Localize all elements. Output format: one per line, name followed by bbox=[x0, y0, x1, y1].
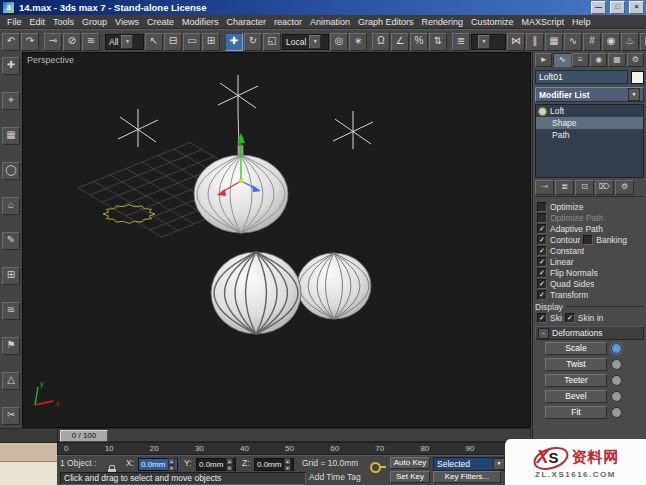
material-editor-icon[interactable]: ◉ bbox=[602, 33, 620, 51]
bind-to-spacewarp-icon[interactable]: ≋ bbox=[82, 33, 100, 51]
layer-manager-icon[interactable]: ▦ bbox=[545, 33, 563, 51]
stack-item-path[interactable]: Path bbox=[536, 129, 643, 141]
y-coordinate-field[interactable]: 0.0mm ▴▾ bbox=[196, 458, 236, 471]
set-key-icon[interactable] bbox=[370, 459, 381, 477]
z-coordinate-field[interactable]: 0.0mm ▴▾ bbox=[254, 458, 294, 471]
light-toggle-icon[interactable] bbox=[611, 391, 622, 402]
checkbox-checked-icon[interactable]: ✓ bbox=[537, 257, 547, 267]
checkbox[interactable] bbox=[537, 213, 547, 223]
selection-region-icon[interactable]: ▭ bbox=[183, 33, 201, 51]
tab-utilities-icon[interactable]: ⚙ bbox=[627, 53, 644, 67]
menu-item-graph-editors[interactable]: Graph Editors bbox=[354, 17, 418, 27]
stack-item-shape[interactable]: Shape bbox=[536, 117, 643, 129]
spinner-icon[interactable]: ▴▾ bbox=[226, 458, 233, 471]
mirror-icon[interactable]: ⋈ bbox=[507, 33, 525, 51]
spinner-snap-icon[interactable]: ⇅ bbox=[429, 33, 447, 51]
bulb-icon[interactable] bbox=[538, 107, 547, 116]
menu-item-edit[interactable]: Edit bbox=[26, 17, 50, 27]
maximize-button[interactable]: □ bbox=[610, 1, 625, 14]
light-toggle-icon[interactable] bbox=[611, 359, 622, 370]
left-tool-icon-5[interactable]: ⌂ bbox=[2, 197, 20, 215]
tab-motion-icon[interactable]: ◉ bbox=[590, 53, 607, 67]
left-tool-icon-8[interactable]: ≋ bbox=[2, 302, 20, 320]
left-tool-icon-6[interactable]: ✎ bbox=[2, 232, 20, 250]
time-slider[interactable]: 0 / 100 bbox=[60, 430, 108, 442]
window-crossing-icon[interactable]: ⊞ bbox=[202, 33, 220, 51]
menu-item-maxscript[interactable]: MAXScript bbox=[518, 17, 569, 27]
tab-hierarchy-icon[interactable]: ≡ bbox=[572, 53, 589, 67]
select-and-rotate-icon[interactable]: ↻ bbox=[244, 33, 262, 51]
bevel-deformation-button[interactable]: Bevel bbox=[545, 390, 607, 403]
render-scene-icon[interactable]: ♨ bbox=[621, 33, 639, 51]
percent-snap-icon[interactable]: % bbox=[410, 33, 428, 51]
checkbox-checked-icon[interactable]: ✓ bbox=[537, 290, 547, 300]
make-unique-icon[interactable]: ⊡ bbox=[575, 180, 594, 195]
checkbox-checked-icon[interactable]: ✓ bbox=[537, 246, 547, 256]
render-type-icon[interactable]: ▣ bbox=[640, 33, 646, 51]
configure-stack-icon[interactable]: ⚙ bbox=[615, 180, 634, 195]
menu-item-modifiers[interactable]: Modifiers bbox=[178, 17, 223, 27]
left-tool-icon-2[interactable]: ⌖ bbox=[2, 92, 20, 110]
left-tool-icon-7[interactable]: ⊞ bbox=[2, 267, 20, 285]
menu-item-character[interactable]: Character bbox=[222, 17, 270, 27]
reference-coordinate-dropdown[interactable]: Local ▼ bbox=[282, 34, 329, 50]
menu-item-rendering[interactable]: Rendering bbox=[418, 17, 468, 27]
fit-deformation-button[interactable]: Fit bbox=[545, 406, 607, 419]
left-tool-icon-9[interactable]: ⚑ bbox=[2, 337, 20, 355]
checkbox-checked-icon[interactable]: ✓ bbox=[537, 224, 547, 234]
selection-filter-dropdown[interactable]: All ▼ bbox=[105, 34, 144, 50]
show-end-result-icon[interactable]: ≣ bbox=[555, 180, 574, 195]
minimize-button[interactable]: — bbox=[591, 1, 606, 14]
use-pivot-center-icon[interactable]: ◎ bbox=[330, 33, 348, 51]
tab-modify-icon[interactable]: ∿ bbox=[553, 53, 570, 67]
checkbox-checked-icon[interactable]: ✓ bbox=[537, 279, 547, 289]
mini-listener-macro-row[interactable] bbox=[0, 443, 57, 462]
close-button[interactable]: × bbox=[629, 1, 644, 14]
pin-stack-icon[interactable]: ⊸ bbox=[535, 180, 554, 195]
left-tool-icon-1[interactable]: ✚ bbox=[2, 57, 20, 75]
mini-listener-script-row[interactable] bbox=[0, 462, 57, 485]
menu-item-create[interactable]: Create bbox=[143, 17, 178, 27]
checkbox-checked-icon[interactable]: ✓ bbox=[537, 268, 547, 278]
light-toggle-icon[interactable] bbox=[611, 375, 622, 386]
key-filters-button[interactable]: Key Filters... bbox=[433, 471, 501, 483]
spinner-icon[interactable]: ▴▾ bbox=[168, 458, 175, 471]
schematic-view-icon[interactable]: # bbox=[583, 33, 601, 51]
menu-item-reactor[interactable]: reactor bbox=[270, 17, 306, 27]
time-slider-track[interactable]: 0 / 100 bbox=[57, 428, 531, 442]
perspective-viewport[interactable]: Perspective bbox=[22, 52, 531, 428]
set-key-button[interactable]: Set Key bbox=[390, 471, 430, 483]
snap-toggle-icon[interactable]: Ω bbox=[372, 33, 390, 51]
menu-item-file[interactable]: File bbox=[3, 17, 26, 27]
deformations-rollout-header[interactable]: - Deformations bbox=[535, 326, 644, 340]
tab-display-icon[interactable]: ▦ bbox=[608, 53, 625, 67]
menu-item-group[interactable]: Group bbox=[78, 17, 111, 27]
menu-item-tools[interactable]: Tools bbox=[49, 17, 78, 27]
select-and-manipulate-icon[interactable]: ∗ bbox=[349, 33, 367, 51]
redo-icon[interactable]: ↷ bbox=[21, 33, 39, 51]
select-and-move-icon[interactable]: ✚ bbox=[225, 33, 243, 51]
add-time-tag[interactable]: Add Time Tag bbox=[309, 471, 361, 484]
object-name-field[interactable]: Loft01 bbox=[535, 70, 628, 84]
key-selection-dropdown[interactable]: Selected ▼ bbox=[433, 457, 506, 471]
left-tool-icon-11[interactable]: ✂ bbox=[2, 407, 20, 425]
modifier-list-dropdown[interactable]: Modifier List ▼ bbox=[535, 87, 644, 102]
twist-deformation-button[interactable]: Twist bbox=[545, 358, 607, 371]
checkbox[interactable] bbox=[537, 202, 547, 212]
checkbox[interactable] bbox=[583, 235, 593, 245]
checkbox-checked-icon[interactable]: ✓ bbox=[565, 313, 575, 323]
light-toggle-icon[interactable] bbox=[611, 343, 622, 354]
curve-editor-icon[interactable]: ∿ bbox=[564, 33, 582, 51]
menu-item-views[interactable]: Views bbox=[111, 17, 143, 27]
remove-modifier-icon[interactable]: ⌦ bbox=[595, 180, 614, 195]
menu-item-animation[interactable]: Animation bbox=[306, 17, 354, 27]
auto-key-button[interactable]: Auto Key bbox=[390, 457, 430, 469]
undo-icon[interactable]: ↶ bbox=[2, 33, 20, 51]
checkbox-checked-icon[interactable]: ✓ bbox=[537, 313, 547, 323]
loft-object-front[interactable] bbox=[211, 252, 301, 334]
track-bar[interactable]: 0 10 20 30 40 50 60 70 80 90 100 bbox=[57, 442, 531, 455]
x-coordinate-field[interactable]: 0.0mm ▴▾ bbox=[138, 458, 178, 471]
menu-item-help[interactable]: Help bbox=[568, 17, 595, 27]
object-color-swatch[interactable] bbox=[631, 71, 644, 84]
select-by-name-icon[interactable]: ⊟ bbox=[164, 33, 182, 51]
